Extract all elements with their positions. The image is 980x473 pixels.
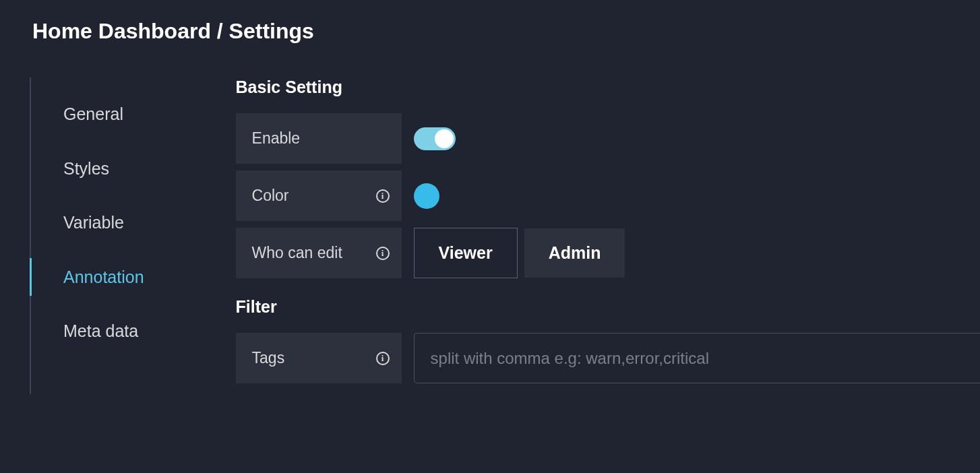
color-label: Color <box>236 170 402 221</box>
enable-label-text: Enable <box>252 129 301 148</box>
info-icon[interactable] <box>376 352 390 365</box>
enable-row: Enable <box>236 113 980 164</box>
enable-toggle[interactable] <box>414 127 456 150</box>
viewer-button[interactable]: Viewer <box>414 228 518 278</box>
sidebar-item-metadata[interactable]: Meta data <box>31 304 174 358</box>
sidebar-item-general[interactable]: General <box>31 87 174 141</box>
sidebar-item-styles[interactable]: Styles <box>31 141 174 196</box>
tags-label: Tags <box>236 333 402 383</box>
sidebar-item-variable[interactable]: Variable <box>31 195 174 250</box>
color-row: Color <box>236 170 980 221</box>
tags-input[interactable] <box>414 333 980 383</box>
color-label-text: Color <box>252 187 289 205</box>
settings-main: Basic Setting Enable Color Who can edi <box>174 77 980 394</box>
filter-title: Filter <box>236 297 980 317</box>
breadcrumb: Home Dashboard / Settings <box>0 0 980 44</box>
color-swatch[interactable] <box>414 183 439 209</box>
tags-label-text: Tags <box>252 349 285 367</box>
settings-sidebar: General Styles Variable Annotation Meta … <box>30 77 174 394</box>
admin-button[interactable]: Admin <box>524 228 625 278</box>
sidebar-item-annotation[interactable]: Annotation <box>31 250 174 305</box>
info-icon[interactable] <box>376 247 390 260</box>
basic-setting-title: Basic Setting <box>236 77 980 97</box>
enable-label: Enable <box>236 113 402 164</box>
who-can-edit-row: Who can edit Viewer Admin <box>236 228 980 278</box>
info-icon[interactable] <box>376 189 390 203</box>
who-can-edit-label-text: Who can edit <box>252 244 342 262</box>
who-can-edit-label: Who can edit <box>236 228 402 278</box>
tags-row: Tags <box>236 333 980 383</box>
